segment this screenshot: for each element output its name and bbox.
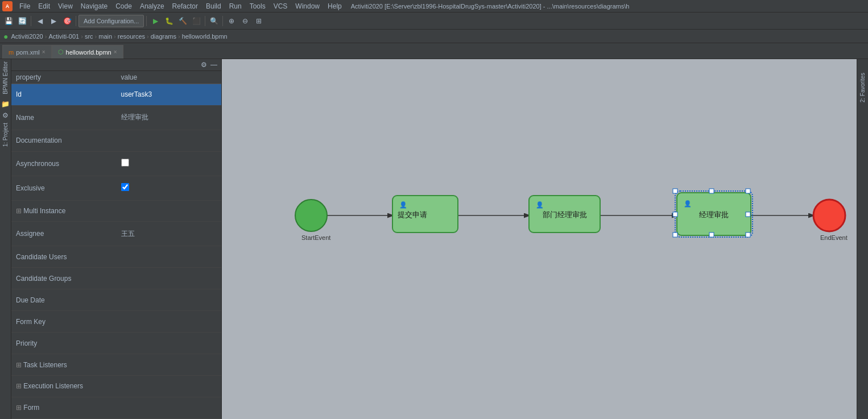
prop-due-date-label: Due Date bbox=[11, 289, 117, 311]
prop-form-label: ⊞ Form bbox=[11, 397, 117, 418]
breadcrumb-diagrams[interactable]: diagrams bbox=[151, 33, 176, 40]
prop-due-date-value[interactable] bbox=[117, 289, 222, 311]
minimize-icon[interactable]: — bbox=[209, 60, 219, 69]
menu-file[interactable]: File bbox=[16, 1, 34, 11]
tab-pom-xml-label: pom.xml bbox=[16, 49, 40, 56]
prop-async-label: Asynchronous bbox=[11, 151, 117, 176]
prop-row-name[interactable]: Name 经理审批 bbox=[11, 105, 221, 130]
tab-pom-xml[interactable]: m pom.xml × bbox=[2, 45, 52, 59]
prop-execution-listeners-value bbox=[117, 376, 222, 397]
prop-form-key-label: Form Key bbox=[11, 311, 117, 333]
breadcrumb-src[interactable]: src bbox=[85, 33, 93, 40]
breadcrumb-activiti001[interactable]: Activiti-001 bbox=[48, 33, 79, 40]
exclusive-checkbox[interactable] bbox=[121, 183, 129, 191]
close-helloworld-icon[interactable]: × bbox=[114, 49, 117, 55]
prop-exclusive-value[interactable] bbox=[117, 176, 222, 200]
breadcrumb-activiti2020[interactable]: Activiti2020 bbox=[11, 33, 43, 40]
prop-async-value[interactable] bbox=[117, 151, 222, 176]
menu-vcs[interactable]: VCS bbox=[270, 1, 291, 11]
layout-button[interactable]: ⊞ bbox=[253, 15, 265, 27]
toolbar: 💾 🔄 ◀ ▶ 🎯 Add Configuration... ▶ 🐛 🔨 ⬛ 🔍… bbox=[0, 13, 868, 30]
prop-row-exclusive[interactable]: Exclusive bbox=[11, 176, 221, 200]
settings-icon[interactable]: ⚙ bbox=[199, 60, 209, 69]
svg-text:提交申请: 提交申请 bbox=[398, 210, 427, 219]
favorites-label: 2: Favorites bbox=[859, 73, 866, 102]
back-button[interactable]: ◀ bbox=[34, 15, 46, 27]
svg-point-22 bbox=[813, 200, 845, 231]
prop-candidate-users-value[interactable] bbox=[117, 246, 222, 268]
prop-row-execution-listeners[interactable]: ⊞ Execution Listeners bbox=[11, 376, 221, 397]
forward-button[interactable]: ▶ bbox=[47, 15, 60, 27]
prop-task-listeners-label: ⊞ Task Listeners bbox=[11, 354, 117, 376]
structure-icon[interactable]: ⚙ bbox=[2, 111, 9, 119]
save-button[interactable]: 💾 bbox=[2, 15, 15, 27]
sync-button[interactable]: 🔄 bbox=[16, 15, 28, 27]
prop-row-task-listeners[interactable]: ⊞ Task Listeners bbox=[11, 354, 221, 376]
svg-text:👤: 👤 bbox=[536, 201, 544, 209]
prop-form-key-value[interactable] bbox=[117, 311, 222, 333]
breadcrumb-main[interactable]: main bbox=[98, 33, 112, 40]
debug-button[interactable]: 🐛 bbox=[163, 15, 175, 27]
locate-button[interactable]: 🎯 bbox=[61, 15, 73, 27]
prop-row-form-key[interactable]: Form Key bbox=[11, 311, 221, 333]
menu-refactor[interactable]: Refactor bbox=[169, 1, 201, 11]
breadcrumb: ● Activiti2020 › Activiti-001 › src › ma… bbox=[0, 30, 868, 43]
properties-table: property value Id userTask3 Name 经理审批 Do… bbox=[11, 71, 221, 419]
stop-button[interactable]: ⬛ bbox=[190, 15, 202, 27]
folder-icon[interactable]: 📁 bbox=[1, 100, 10, 108]
svg-text:EndEvent: EndEvent bbox=[820, 234, 848, 241]
menu-code[interactable]: Code bbox=[112, 1, 135, 11]
prop-assignee-value[interactable]: 王五 bbox=[117, 222, 222, 246]
prop-id-value[interactable]: userTask3 bbox=[117, 84, 222, 106]
svg-text:部门经理审批: 部门经理审批 bbox=[543, 210, 587, 219]
prop-exclusive-label: Exclusive bbox=[11, 176, 117, 200]
breadcrumb-helloworld[interactable]: helloworld.bpmn bbox=[182, 33, 228, 40]
prop-name-value[interactable]: 经理审批 bbox=[117, 105, 222, 130]
menu-analyze[interactable]: Analyze bbox=[137, 1, 168, 11]
prop-row-candidate-users[interactable]: Candidate Users bbox=[11, 246, 221, 268]
prop-priority-label: Priority bbox=[11, 333, 117, 354]
prop-row-priority[interactable]: Priority bbox=[11, 333, 221, 354]
prop-row-form[interactable]: ⊞ Form bbox=[11, 397, 221, 418]
tab-helloworld-bpmn[interactable]: ⬡ helloworld.bpmn × bbox=[52, 45, 123, 59]
window-title: Activiti2020 [E:\Server\zbl1996-Hospital… bbox=[351, 3, 630, 10]
menu-view[interactable]: View bbox=[55, 1, 76, 11]
prop-row-multi-instance[interactable]: ⊞ Multi Instance bbox=[11, 200, 221, 222]
start-event-label-svg: StartEvent bbox=[301, 234, 330, 241]
prop-doc-value[interactable] bbox=[117, 130, 222, 151]
prop-candidate-users-label: Candidate Users bbox=[11, 246, 117, 268]
canvas-area[interactable]: StartEvent 👤 提交申请 👤 部门经理审批 bbox=[222, 59, 857, 419]
add-configuration-button[interactable]: Add Configuration... bbox=[78, 15, 144, 27]
prop-row-id[interactable]: Id userTask3 bbox=[11, 84, 221, 106]
close-pom-xml-icon[interactable]: × bbox=[42, 49, 46, 55]
menu-edit[interactable]: Edit bbox=[35, 1, 53, 11]
menu-navigate[interactable]: Navigate bbox=[77, 1, 111, 11]
svg-rect-13 bbox=[709, 189, 714, 193]
prop-row-due-date[interactable]: Due Date bbox=[11, 289, 221, 311]
bpmn-editor-sidebar: BPMN Editor 📁 ⚙ 1: Project bbox=[0, 59, 11, 419]
prop-row-documentation[interactable]: Documentation bbox=[11, 130, 221, 151]
prop-priority-value[interactable] bbox=[117, 333, 222, 354]
menu-tools[interactable]: Tools bbox=[246, 1, 269, 11]
prop-row-async[interactable]: Asynchronous bbox=[11, 151, 221, 176]
project-icon: ● bbox=[3, 32, 8, 41]
menu-help[interactable]: Help bbox=[324, 1, 345, 11]
breadcrumb-resources[interactable]: resources bbox=[118, 33, 145, 40]
tab-helloworld-label: helloworld.bpmn bbox=[66, 49, 111, 56]
search-everywhere-button[interactable]: 🔍 bbox=[208, 15, 220, 27]
prop-id-label: Id bbox=[11, 84, 117, 106]
menu-window[interactable]: Window bbox=[292, 1, 323, 11]
prop-candidate-groups-value[interactable] bbox=[117, 268, 222, 289]
menu-run[interactable]: Run bbox=[226, 1, 245, 11]
prop-row-candidate-groups[interactable]: Candidate Groups bbox=[11, 268, 221, 289]
async-checkbox[interactable] bbox=[121, 159, 129, 167]
start-event-shape bbox=[295, 200, 327, 231]
zoom-in-button[interactable]: ⊕ bbox=[225, 15, 238, 27]
run-button[interactable]: ▶ bbox=[149, 15, 162, 27]
prop-row-assignee[interactable]: Assignee 王五 bbox=[11, 222, 221, 246]
build-button[interactable]: 🔨 bbox=[176, 15, 189, 27]
project-icon-left[interactable]: 1: Project bbox=[2, 123, 9, 147]
app-icon: A bbox=[2, 1, 13, 11]
zoom-out-button[interactable]: ⊖ bbox=[239, 15, 251, 27]
menu-build[interactable]: Build bbox=[202, 1, 225, 11]
